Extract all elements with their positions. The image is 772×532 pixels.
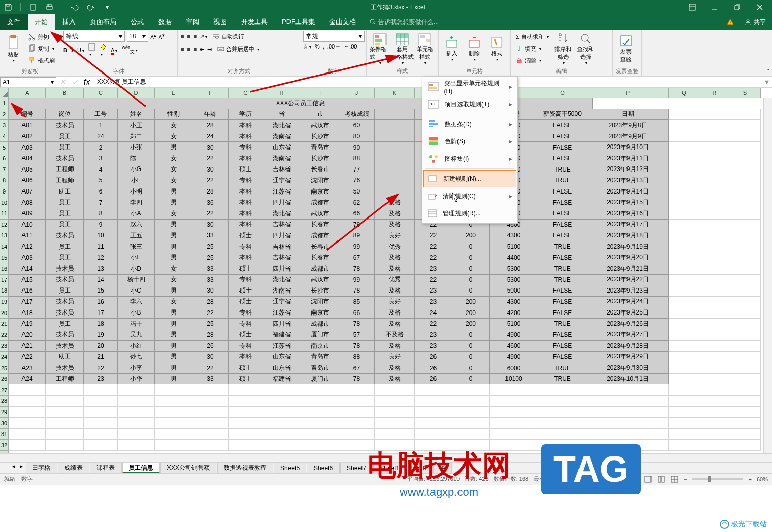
- cell[interactable]: 男: [155, 285, 192, 297]
- cell[interactable]: [192, 440, 229, 451]
- decrease-indent-icon[interactable]: ⇤: [200, 46, 204, 53]
- cell[interactable]: A24: [9, 374, 46, 385]
- cell[interactable]: 男: [155, 341, 192, 352]
- tab-page-layout[interactable]: 页面布局: [83, 14, 124, 30]
- cell[interactable]: 女: [155, 263, 192, 275]
- cell[interactable]: 57: [339, 329, 375, 341]
- cell[interactable]: 技术员: [46, 307, 84, 319]
- cell[interactable]: [730, 297, 761, 308]
- cell[interactable]: 33: [192, 263, 229, 275]
- cell[interactable]: FALSE: [538, 142, 587, 153]
- sheet-tab[interactable]: work: [406, 463, 432, 473]
- cell[interactable]: [699, 384, 730, 396]
- cell[interactable]: 2023年9月19日: [587, 241, 669, 253]
- cell[interactable]: 78: [339, 263, 375, 275]
- sheet-tab[interactable]: XXX公司销售额: [160, 463, 216, 473]
- cell[interactable]: 技术员: [46, 341, 84, 352]
- cell[interactable]: [730, 418, 761, 429]
- tab-data[interactable]: 数据: [151, 14, 179, 30]
- cell[interactable]: [192, 418, 229, 429]
- cell[interactable]: 陈一: [118, 153, 155, 164]
- row-header[interactable]: 12: [0, 220, 8, 231]
- cell[interactable]: [669, 329, 699, 341]
- cell[interactable]: 女: [155, 175, 192, 186]
- cell[interactable]: 员工: [46, 252, 84, 263]
- cell[interactable]: [699, 418, 730, 429]
- select-all-button[interactable]: [0, 88, 9, 98]
- cell[interactable]: [669, 142, 699, 153]
- cell[interactable]: 200: [452, 319, 490, 330]
- cell[interactable]: 2023年9月30日: [587, 362, 669, 374]
- cell[interactable]: 技术员: [46, 329, 84, 341]
- row-header[interactable]: 28: [0, 396, 8, 407]
- cell[interactable]: [262, 418, 301, 429]
- cf-color-scales[interactable]: 色阶(S)▸: [423, 133, 516, 150]
- cell[interactable]: [84, 396, 118, 407]
- column-headers[interactable]: ABCDEFGHIJKLMNOPQRS: [9, 88, 761, 98]
- cell[interactable]: [699, 175, 730, 186]
- cell[interactable]: 长沙市: [301, 285, 339, 297]
- cell[interactable]: [669, 341, 699, 352]
- cell[interactable]: 本科: [229, 220, 262, 231]
- row-header[interactable]: 9: [0, 186, 8, 198]
- cell[interactable]: 优秀: [375, 241, 415, 253]
- sheet-tab[interactable]: Sheet5: [274, 463, 306, 473]
- align-middle-icon[interactable]: ≡: [187, 33, 190, 39]
- row-header[interactable]: 17: [0, 275, 8, 286]
- column-header[interactable]: C: [84, 88, 118, 98]
- cell[interactable]: [301, 440, 339, 451]
- new-icon[interactable]: [27, 1, 39, 13]
- cell[interactable]: [452, 396, 490, 407]
- tab-insert[interactable]: 插入: [55, 14, 83, 30]
- cell[interactable]: 本科: [229, 252, 262, 263]
- cell[interactable]: 5100: [490, 319, 538, 330]
- cell[interactable]: 6: [84, 186, 118, 198]
- copy-button[interactable]: 复制▾: [26, 43, 57, 54]
- cell[interactable]: 长春市: [301, 220, 339, 231]
- cell[interactable]: 武汉市: [301, 208, 339, 220]
- cell[interactable]: A03: [9, 252, 46, 263]
- cell[interactable]: 员工: [46, 142, 84, 153]
- row-header[interactable]: 32: [0, 440, 8, 451]
- cf-highlight-rules[interactable]: 突出显示单元格规则(H)▸: [423, 78, 516, 95]
- cell[interactable]: A15: [9, 275, 46, 286]
- row-header[interactable]: 31: [0, 429, 8, 440]
- cell[interactable]: [452, 440, 490, 451]
- share-button[interactable]: 共享: [738, 14, 772, 30]
- cell[interactable]: [262, 384, 301, 396]
- row-header[interactable]: 6: [0, 153, 8, 164]
- cell[interactable]: 及格: [375, 285, 415, 297]
- column-header[interactable]: O: [538, 88, 587, 98]
- cell[interactable]: 2023年9月17日: [587, 220, 669, 231]
- cell[interactable]: 2023年9月26日: [587, 319, 669, 330]
- cell[interactable]: [587, 440, 669, 451]
- tab-view[interactable]: 视图: [206, 14, 234, 30]
- cell[interactable]: 17: [84, 307, 118, 319]
- cell[interactable]: 长沙市: [301, 131, 339, 142]
- cell[interactable]: 专科: [229, 241, 262, 253]
- cell[interactable]: 26: [192, 341, 229, 352]
- cell[interactable]: [375, 131, 415, 142]
- row-header[interactable]: 19: [0, 297, 8, 308]
- cell[interactable]: 及格: [375, 263, 415, 275]
- cell[interactable]: 0: [452, 329, 490, 341]
- cell[interactable]: [490, 407, 538, 418]
- cell[interactable]: 24: [192, 131, 229, 142]
- cell[interactable]: [669, 407, 699, 418]
- cell[interactable]: 80: [339, 131, 375, 142]
- cell[interactable]: [9, 407, 46, 418]
- cell[interactable]: [587, 418, 669, 429]
- cell[interactable]: [46, 407, 84, 418]
- view-normal-icon[interactable]: [644, 475, 652, 483]
- cell[interactable]: [46, 429, 84, 440]
- cell[interactable]: 67: [339, 252, 375, 263]
- cell[interactable]: 男: [155, 230, 192, 241]
- cell[interactable]: 3: [84, 153, 118, 164]
- cell[interactable]: 小李: [118, 362, 155, 374]
- new-sheet-button[interactable]: ⊕: [433, 463, 452, 473]
- cell[interactable]: [730, 396, 761, 407]
- cell[interactable]: [301, 396, 339, 407]
- cell[interactable]: 8: [84, 208, 118, 220]
- cell[interactable]: [669, 297, 699, 308]
- cell[interactable]: 60: [339, 120, 375, 131]
